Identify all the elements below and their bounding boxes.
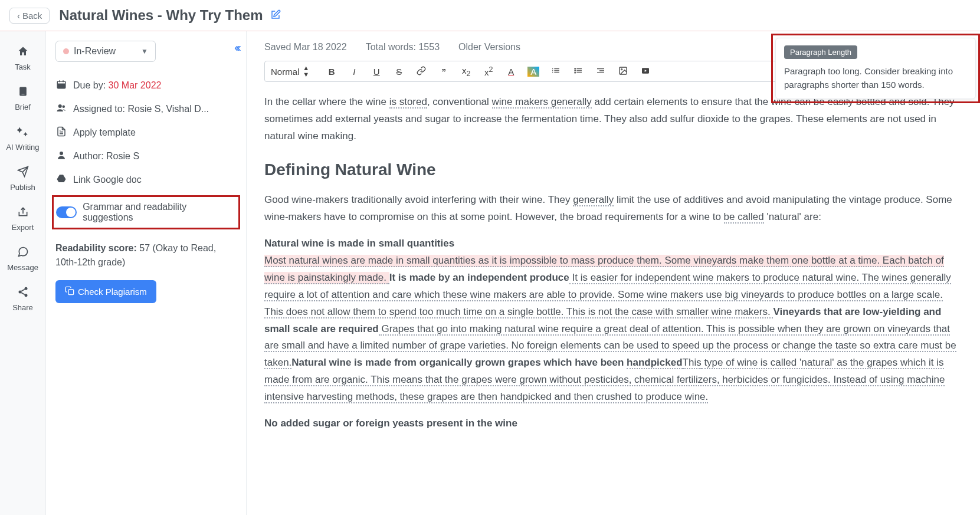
iconbar-task[interactable]: Task <box>0 38 45 78</box>
popup-badge: Paragraph Length <box>784 45 857 59</box>
users-icon <box>55 103 67 116</box>
svg-point-14 <box>575 72 576 74</box>
gdoc-row[interactable]: Link Google doc <box>55 168 237 192</box>
paragraph-4[interactable]: No added sugar or foreign yeasts present… <box>264 415 962 432</box>
ordered-list-button[interactable] <box>550 66 562 77</box>
share-icon <box>17 286 29 301</box>
svg-point-2 <box>24 287 27 290</box>
readability-label: Readability score: <box>55 243 139 253</box>
send-icon <box>17 166 29 180</box>
svg-point-12 <box>575 68 576 70</box>
assigned-label: Assigned to: <box>73 104 128 114</box>
popup-text: Paragraph too long. Consider breaking in… <box>784 65 967 91</box>
due-row: Due by: 30 Mar 2022 <box>55 74 237 97</box>
popup-highlight: Paragraph Length Paragraph too long. Con… <box>771 34 980 103</box>
document-content[interactable]: In the cellar where the wine is stored, … <box>264 94 962 432</box>
export-icon <box>17 206 29 221</box>
calendar-icon <box>55 79 67 92</box>
iconbar-publish[interactable]: Publish <box>0 159 45 199</box>
grammar-toggle[interactable] <box>56 206 77 218</box>
status-dot-icon <box>63 48 69 54</box>
iconbar: Task Brief AI Writing Publish Export <box>0 31 46 515</box>
due-date: 30 Mar 2022 <box>109 80 162 90</box>
author-label: Author: <box>73 151 106 161</box>
video-button[interactable] <box>640 66 651 77</box>
topbar: ‹ Back Natural Wines - Why Try Them <box>0 0 980 31</box>
paragraph-2[interactable]: Good wine-makers traditionally avoid int… <box>264 192 962 226</box>
readability-score: Readability score: 57 (Okay to Read, 10t… <box>55 241 237 270</box>
text-color-button[interactable]: A <box>505 67 517 77</box>
iconbar-share-label: Share <box>12 303 33 312</box>
svg-rect-1 <box>21 94 24 94</box>
indent-button[interactable] <box>595 66 607 77</box>
svg-point-13 <box>575 70 576 71</box>
status-label: In-Review <box>74 46 116 57</box>
superscript-button[interactable]: x2 <box>483 65 494 77</box>
tablet-icon <box>17 86 29 100</box>
template-row[interactable]: Apply template <box>55 121 237 144</box>
sidepanel: ‹‹‹ In-Review ▼ Due by: 30 Mar 2022 Assi… <box>46 31 247 515</box>
saved-text: Saved Mar 18 2022 <box>264 42 347 52</box>
iconbar-export-label: Export <box>12 223 34 232</box>
message-icon <box>17 246 29 261</box>
chevron-left-icon: ‹ <box>17 11 20 21</box>
author-row: Author: Rosie S <box>55 144 237 168</box>
author-name: Rosie S <box>106 151 139 161</box>
svg-rect-0 <box>19 87 27 96</box>
link-button[interactable] <box>415 66 427 77</box>
link-gdoc-label: Link Google doc <box>73 175 142 185</box>
iconbar-publish-label: Publish <box>10 183 35 192</box>
grammar-toggle-highlight: Grammar and readability suggestions <box>52 195 240 229</box>
style-label: Normal <box>271 67 299 77</box>
svg-point-3 <box>18 291 21 294</box>
user-icon <box>55 150 67 163</box>
image-button[interactable] <box>617 66 629 77</box>
iconbar-message-label: Message <box>7 263 38 272</box>
apply-template-label: Apply template <box>73 127 136 138</box>
check-plagiarism-button[interactable]: Check Plagiarism <box>55 280 156 303</box>
quote-button[interactable]: ” <box>438 67 450 77</box>
iconbar-export[interactable]: Export <box>0 199 45 239</box>
iconbar-brief-label: Brief <box>15 103 31 111</box>
magic-icon <box>17 126 29 140</box>
style-select[interactable]: Normal ▲▼ <box>271 65 315 78</box>
iconbar-ai-label: AI Writing <box>6 143 39 152</box>
subscript-button[interactable]: x2 <box>460 65 472 78</box>
svg-point-8 <box>58 104 62 108</box>
word-count: Total words: 1553 <box>366 42 440 52</box>
svg-point-4 <box>24 294 27 297</box>
document-icon <box>55 126 67 139</box>
suggestion-popup: Paragraph Length Paragraph too long. Con… <box>775 38 976 99</box>
iconbar-ai-writing[interactable]: AI Writing <box>0 119 45 159</box>
heading-defining[interactable]: Defining Natural Wine <box>264 156 962 184</box>
italic-button[interactable]: I <box>348 67 360 77</box>
unordered-list-button[interactable] <box>572 66 584 77</box>
page-title: Natural Wines - Why Try Them <box>59 7 263 23</box>
paragraph-3[interactable]: Natural wine is made in small quantities… <box>264 235 962 406</box>
underline-button[interactable]: U <box>371 67 382 77</box>
chevron-down-icon: ▼ <box>141 47 148 55</box>
older-versions-link[interactable]: Older Versions <box>458 42 520 52</box>
gdrive-icon <box>55 173 67 186</box>
status-select[interactable]: In-Review ▼ <box>55 41 156 62</box>
p4-bold: No added sugar or foreign yeasts present… <box>264 418 517 429</box>
home-icon <box>17 45 29 60</box>
highlight-button[interactable]: A <box>527 67 539 77</box>
edit-icon[interactable] <box>270 12 281 22</box>
bold-button[interactable]: B <box>326 67 337 77</box>
collapse-icon[interactable]: ‹‹‹ <box>234 41 239 54</box>
copy-icon <box>65 286 74 297</box>
grammar-toggle-label: Grammar and readability suggestions <box>83 202 236 223</box>
plagiarism-label: Check Plagiarism <box>78 287 147 297</box>
iconbar-brief[interactable]: Brief <box>0 78 45 119</box>
assigned-row: Assigned to: Rosie S, Vishal D... <box>55 97 237 121</box>
svg-rect-11 <box>68 290 74 295</box>
iconbar-share[interactable]: Share <box>0 279 45 319</box>
strike-button[interactable]: S <box>393 67 405 77</box>
assigned-to: Rosie S, Vishal D... <box>128 104 209 114</box>
due-label: Due by: <box>73 80 109 90</box>
iconbar-message[interactable]: Message <box>0 239 45 279</box>
select-caret-icon: ▲▼ <box>303 65 309 78</box>
back-button[interactable]: ‹ Back <box>9 8 50 24</box>
page-title-wrap: Natural Wines - Why Try Them <box>59 7 281 24</box>
